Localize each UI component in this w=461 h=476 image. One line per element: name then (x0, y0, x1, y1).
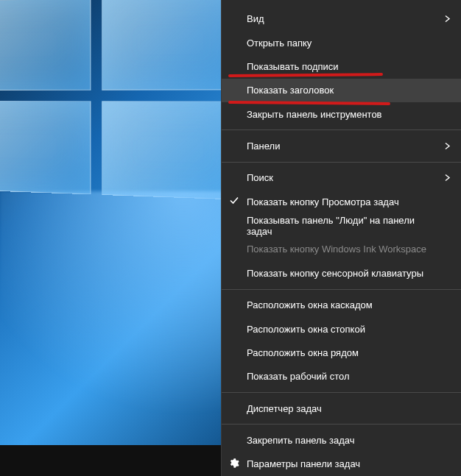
check-icon (229, 196, 239, 208)
menu-item-label: Показать кнопку сенсорной клавиатуры (247, 268, 423, 279)
menu-item-taskbar-settings[interactable]: Параметры панели задач (222, 452, 461, 476)
chevron-right-icon (445, 141, 451, 152)
menu-item-label: Панели (247, 141, 280, 152)
menu-item-lock-taskbar[interactable]: Закрепить панель задач (222, 428, 461, 452)
menu-item-label: Вид (247, 13, 264, 24)
menu-item-task-manager[interactable]: Диспетчер задач (222, 397, 461, 420)
menu-item-stack[interactable]: Расположить окна стопкой (222, 317, 461, 341)
chevron-right-icon (445, 172, 451, 183)
menu-item-label: Показать заголовок (247, 85, 334, 96)
menu-item-ink-workspace: Показать кнопку Windows Ink Workspace (222, 238, 461, 261)
menu-item-cascade[interactable]: Расположить окна каскадом (222, 294, 461, 317)
menu-item-toolbars[interactable]: Панели (222, 134, 461, 157)
menu-item-close-toolbar[interactable]: Закрыть панель инструментов (222, 102, 461, 126)
taskbar-context-menu: ВидОткрыть папкуПоказывать подписиПоказа… (221, 0, 461, 476)
gear-icon (228, 458, 239, 471)
chevron-right-icon (445, 13, 451, 24)
menu-item-label: Показать кнопку Просмотра задач (247, 196, 399, 207)
menu-item-label: Показывать подписи (247, 61, 339, 72)
menu-item-search[interactable]: Поиск (222, 166, 461, 190)
menu-item-touch-keyboard[interactable]: Показать кнопку сенсорной клавиатуры (222, 261, 461, 285)
menu-item-label: Открыть папку (247, 38, 312, 49)
menu-item-label: Расположить окна стопкой (247, 324, 365, 335)
menu-item-label: Параметры панели задач (247, 458, 360, 469)
menu-item-label: Закрепить панель задач (247, 435, 355, 446)
menu-item-label: Расположить окна рядом (247, 347, 359, 358)
menu-item-label: Показать кнопку Windows Ink Workspace (247, 244, 426, 255)
menu-item-side-by-side[interactable]: Расположить окна рядом (222, 341, 461, 364)
menu-separator (222, 424, 461, 425)
menu-separator (222, 289, 461, 290)
menu-separator (222, 392, 461, 393)
menu-item-show-title[interactable]: Показать заголовок (222, 79, 461, 102)
menu-item-label: Поиск (247, 172, 273, 183)
menu-item-label: Показывать панель "Люди" на панели задач (247, 215, 439, 237)
menu-item-label: Расположить окна каскадом (247, 299, 373, 310)
menu-item-open-folder[interactable]: Открыть папку (222, 31, 461, 54)
menu-item-label: Закрыть панель инструментов (247, 109, 382, 120)
menu-item-show-captions[interactable]: Показывать подписи (222, 54, 461, 78)
menu-item-label: Показать рабочий стол (247, 371, 349, 382)
menu-item-task-view-btn[interactable]: Показать кнопку Просмотра задач (222, 190, 461, 213)
menu-item-show-desktop[interactable]: Показать рабочий стол (222, 365, 461, 388)
windows-logo (0, 0, 242, 200)
menu-separator (222, 129, 461, 130)
menu-separator (222, 162, 461, 163)
menu-item-view[interactable]: Вид (222, 7, 461, 31)
menu-item-people-bar[interactable]: Показывать панель "Люди" на панели задач (222, 213, 461, 237)
menu-item-label: Диспетчер задач (247, 403, 322, 414)
